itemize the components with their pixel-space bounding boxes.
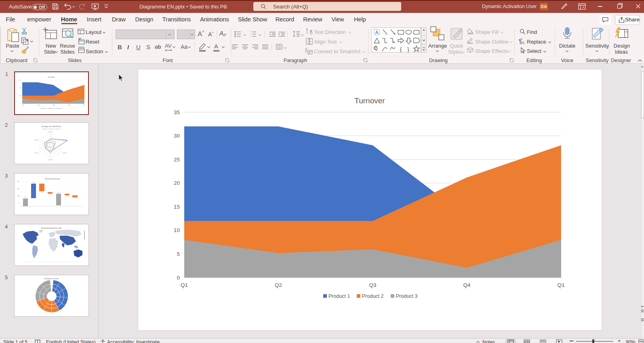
- svg-text:Comp 1: Comp 1: [48, 131, 53, 133]
- svg-text:25: 25: [19, 87, 21, 89]
- svg-text:Q4: Q4: [463, 282, 471, 288]
- svg-text:Q4: Q4: [68, 105, 70, 106]
- svg-text:200: 200: [17, 188, 19, 190]
- svg-text:Q1: Q1: [557, 282, 564, 288]
- svg-text:Product 3: Product 3: [396, 293, 418, 299]
- svg-text:-80: -80: [41, 191, 43, 193]
- svg-text:Comp 6: Comp 6: [34, 139, 39, 141]
- svg-text:Q1: Q1: [22, 105, 24, 106]
- svg-text:0: 0: [19, 203, 19, 204]
- svg-text:Product 1: Product 1: [328, 293, 350, 299]
- svg-text:People Evaluated by Year: People Evaluated by Year: [41, 227, 62, 229]
- svg-text:A: A: [375, 30, 379, 35]
- svg-text:5: 5: [20, 103, 21, 105]
- svg-text:-22: -22: [66, 195, 68, 197]
- svg-text:Comp 4: Comp 4: [48, 159, 53, 161]
- svg-text:Q2: Q2: [38, 105, 40, 106]
- svg-text:15: 15: [19, 95, 21, 96]
- svg-text:Product 2: Product 2: [362, 293, 384, 299]
- svg-text:Turnover: Turnover: [354, 96, 385, 105]
- svg-text:Comp 5: Comp 5: [34, 152, 39, 154]
- svg-text:Q3: Q3: [369, 282, 376, 288]
- svg-text:-28: -28: [74, 197, 76, 199]
- svg-text:25: 25: [174, 157, 180, 163]
- svg-text:300: 300: [17, 181, 19, 182]
- svg-text:120: 120: [24, 197, 26, 198]
- svg-text:Monthly Revenues: Monthly Revenues: [45, 178, 60, 180]
- svg-text:Q3: Q3: [53, 105, 55, 106]
- svg-text:▪ Product 1 ▪ Product 2 ▪ Pr: ▪ Product 1 ▪ Product 2 ▪ Product 3: [40, 108, 62, 109]
- svg-text:160: 160: [57, 192, 59, 193]
- svg-text:10: 10: [174, 227, 180, 233]
- svg-text:35: 35: [19, 79, 21, 81]
- svg-text:250: 250: [32, 182, 34, 183]
- svg-text:30: 30: [174, 133, 180, 139]
- svg-text:Average cost distribution: Average cost distribution: [41, 125, 61, 128]
- svg-text:Company turnover: Company turnover: [44, 278, 59, 280]
- svg-text:35: 35: [174, 109, 180, 115]
- svg-text:20: 20: [174, 180, 180, 186]
- svg-text:Comp 3: Comp 3: [62, 152, 67, 154]
- svg-text:Q2: Q2: [275, 282, 282, 288]
- svg-text:-20: -20: [49, 194, 51, 195]
- svg-text:c: c: [522, 40, 525, 44]
- svg-text:Turnover: Turnover: [48, 76, 55, 78]
- svg-text:{: {: [400, 46, 402, 52]
- svg-text:Q1: Q1: [181, 282, 188, 288]
- svg-text:b: b: [520, 40, 522, 44]
- svg-text:15: 15: [174, 204, 180, 210]
- svg-text:5: 5: [177, 251, 180, 257]
- svg-text:0: 0: [177, 275, 180, 281]
- svg-text:▪ Series 1 ▪ Series 2 ▪ Seri: ▪ Series 1 ▪ Series 2 ▪ Series 3: [42, 128, 61, 130]
- svg-text:}: }: [407, 46, 409, 52]
- svg-text:100: 100: [17, 195, 19, 197]
- svg-text:Q1: Q1: [83, 105, 85, 106]
